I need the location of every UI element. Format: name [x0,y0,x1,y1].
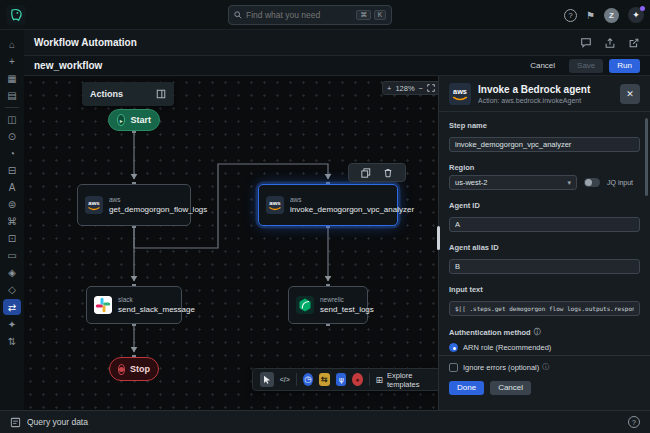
nav-ai-icon[interactable]: ✦ [3,316,21,333]
nav-security-icon[interactable]: ◇ [3,281,21,298]
datadog-logo[interactable] [6,5,26,25]
panel-scrollbar[interactable] [645,118,648,196]
page-title: Workflow Automation [34,37,137,48]
zoom-level: 128% [395,84,414,93]
svg-text:aws: aws [453,87,467,96]
zoom-in-button[interactable]: + [387,84,391,93]
jq-input-toggle[interactable] [584,178,600,187]
search-input[interactable] [246,10,353,20]
auth-option-arn-role[interactable]: ARN role (Recommended) [449,343,640,352]
node-get-demogorgon-flow-logs[interactable]: aws aws get_demogorgon_flow_logs [77,184,191,226]
page-header: Workflow Automation [24,30,650,56]
cursor-icon [263,375,271,384]
cancel-button[interactable]: Cancel [522,59,563,73]
schedule-trigger-icon[interactable]: ◷ [303,373,313,386]
slack-icon [94,296,112,314]
step-config-panel: aws Invoke a Bedrock agent Action: aws.b… [438,76,650,410]
link-icon[interactable] [628,37,640,49]
collapse-panel-icon[interactable] [156,89,166,99]
auth-method-label-text: Authentication method [449,328,531,337]
nav-pipelines-icon[interactable]: ⇅ [3,333,21,350]
toolbar-divider [296,373,297,386]
ignore-errors-label: Ignore errors (optional) [463,363,539,372]
newrelic-icon [296,296,314,314]
monitor-trigger-icon[interactable]: ● [352,373,362,386]
select-tool-button[interactable] [260,372,274,387]
region-select[interactable]: us-west-2 ▾ [449,175,577,190]
nav-logs-icon[interactable]: ⊜ [3,196,21,213]
comment-icon[interactable] [580,37,592,49]
agent-id-label: Agent ID [449,201,640,210]
help-icon[interactable]: ? [564,9,577,22]
info-icon: ⓘ [534,327,541,337]
ignore-errors-option[interactable]: Ignore errors (optional) ⓘ [449,362,640,372]
step-name-label: Step name [449,121,640,130]
panel-title: Invoke a Bedrock agent [478,83,590,97]
step-name-input[interactable] [449,137,640,152]
query-your-data-button[interactable]: Query your data [27,417,88,427]
branch-logic-icon[interactable]: ⋔ [336,373,346,386]
start-node[interactable]: ▸ Start [108,109,160,131]
node-invoke-demogorgon-vpc-analyzer[interactable]: aws aws invoke_demogorgon_vpc_analyzer [258,184,398,226]
nav-apps-icon[interactable]: ▦ [3,70,21,87]
node-send-test-logs[interactable]: newrelic send_test_logs [288,286,368,324]
panel-header: aws Invoke a Bedrock agent Action: aws.b… [439,76,650,112]
nav-service-catalog-icon[interactable]: ◈ [3,264,21,281]
fit-view-icon[interactable] [427,84,435,92]
left-nav-rail: ⌂ + ▦ ▤ ◫ ⊙ ◔ ⊟ A ⊜ ⌘ ⊡ ▭ ◈ ◇ ⇄ ✦ ⇅ [0,30,24,410]
nav-add-icon[interactable]: + [3,53,21,70]
global-search[interactable]: ⌘ K [228,5,392,25]
agent-id-input[interactable] [449,217,640,232]
nav-notebooks-icon[interactable]: ◫ [3,111,21,128]
start-node-label: Start [130,115,151,125]
zoom-controls: + 128% − [382,81,440,95]
help-icon[interactable]: ? [628,416,640,428]
panel-body: Step name Region us-west-2 ▾ JQ input Ag… [439,113,650,355]
nav-rum-icon[interactable]: ⊡ [3,230,21,247]
nav-infrastructure-icon[interactable]: ⊟ [3,162,21,179]
nav-ci-icon[interactable]: ⌘ [3,213,21,230]
workflow-edges [24,76,438,410]
nav-apm-icon[interactable]: A [3,179,21,196]
chevron-down-icon: ▾ [567,179,571,187]
query-data-icon [10,417,21,428]
explore-templates-button[interactable]: ⊞ Explore templates [375,371,433,389]
node-send-slack-message[interactable]: slack send_slack_message [86,286,182,324]
delete-icon[interactable] [383,168,393,178]
node-step-name: send_slack_message [118,304,195,315]
top-bar: ⌘ K ? ⚑ Z ✦ [0,0,650,30]
nav-home-icon[interactable]: ⌂ [3,36,21,53]
aws-icon: aws [266,196,284,214]
nav-monitors-icon[interactable]: ⊙ [3,128,21,145]
user-avatar[interactable]: Z [604,8,619,23]
shortcut-k-key: K [374,10,386,21]
input-text-label: Input text [449,285,640,294]
close-panel-button[interactable]: ✕ [620,84,640,104]
canvas-toolbar: </> ◷ ⇆ ⋔ ● ⊞ Explore templates [252,368,441,391]
save-button[interactable]: Save [569,59,603,73]
actions-panel-header[interactable]: Actions [82,82,174,106]
nav-dashboards-icon[interactable]: ◔ [3,145,21,162]
export-icon[interactable] [604,37,616,49]
node-app-label: newrelic [320,295,374,305]
input-text-input[interactable] [449,301,640,316]
panel-cancel-button[interactable]: Cancel [490,381,531,395]
run-button[interactable]: Run [609,59,640,73]
zoom-out-button[interactable]: − [419,84,423,93]
workflow-canvas[interactable]: Actions + 128% − ▸ Start aws aw [24,76,438,410]
nav-divider [5,107,19,108]
duplicate-icon[interactable] [361,168,371,178]
transform-action-icon[interactable]: ⇆ [319,373,329,386]
code-view-button[interactable]: </> [280,376,290,383]
panel-footer: Ignore errors (optional) ⓘ Done Cancel [439,355,650,410]
nav-billing-icon[interactable]: ▭ [3,247,21,264]
nav-docs-icon[interactable]: ▤ [3,87,21,104]
agent-alias-id-input[interactable] [449,259,640,274]
nav-workflows-icon[interactable]: ⇄ [3,299,21,315]
shortcut-cmd-key: ⌘ [356,10,371,21]
ai-assistant-button[interactable]: ✦ [628,7,644,23]
stop-node[interactable]: Stop [109,357,159,381]
done-button[interactable]: Done [449,381,484,395]
node-app-label: aws [290,195,414,205]
feedback-flag-icon[interactable]: ⚑ [586,10,595,21]
